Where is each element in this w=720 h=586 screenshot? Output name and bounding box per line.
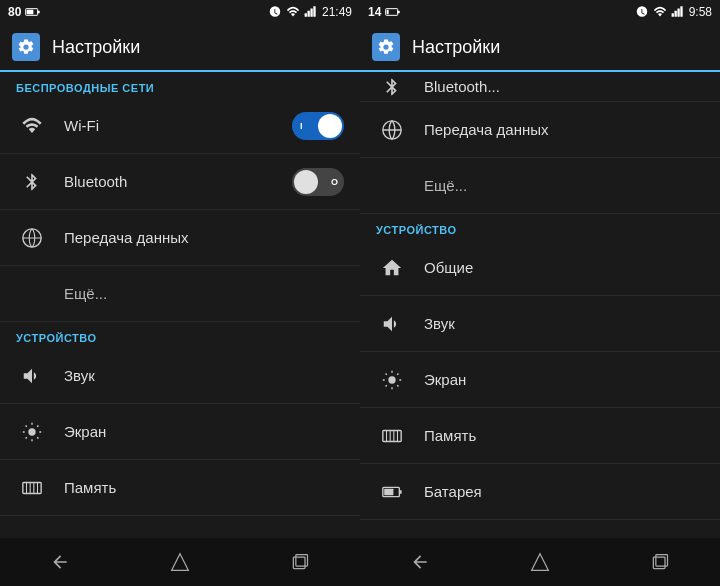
general-icon [376, 252, 408, 284]
time-right: 9:58 [689, 5, 712, 19]
settings-item-battery-r[interactable]: Батарея [360, 464, 720, 520]
svg-marker-47 [532, 554, 549, 571]
settings-item-general[interactable]: Общие [360, 240, 720, 296]
partial-bluetooth-svg [382, 77, 402, 97]
wifi-svg [21, 115, 43, 137]
sound-svg [21, 365, 43, 387]
general-label: Общие [424, 259, 704, 276]
settings-item-sound-r[interactable]: Звук [360, 296, 720, 352]
wifi-label: Wi-Fi [64, 117, 292, 134]
settings-item-data-r[interactable]: Передача данных [360, 102, 720, 158]
settings-icon-left [12, 33, 40, 61]
memory-label-r: Память [424, 427, 704, 444]
settings-item-wifi[interactable]: Wi-Fi I [0, 98, 360, 154]
nav-home-right[interactable] [510, 542, 570, 582]
bluetooth-toggle-container[interactable]: O [292, 168, 344, 196]
sound-label-r: Звук [424, 315, 704, 332]
svg-point-8 [28, 428, 35, 435]
status-right-left: 21:49 [268, 5, 352, 19]
svg-rect-29 [677, 9, 679, 17]
sound-svg-r [381, 313, 403, 335]
settings-item-more[interactable]: Ещё... [0, 266, 360, 322]
signal-icon-left [304, 5, 318, 19]
partial-bluetooth-item[interactable]: Bluetooth... [360, 72, 720, 102]
sound-icon [16, 360, 48, 392]
wifi-toggle-knob [318, 114, 342, 138]
wifi-toggle-container[interactable]: I [292, 112, 344, 140]
general-svg [381, 257, 403, 279]
svg-rect-2 [27, 10, 34, 15]
svg-rect-40 [384, 488, 393, 494]
settings-item-data[interactable]: Передача данных [0, 210, 360, 266]
data-icon [16, 222, 48, 254]
screen-icon [16, 416, 48, 448]
recent-icon-left [290, 552, 310, 572]
settings-item-screen-r[interactable]: Экран [360, 352, 720, 408]
partial-bluetooth-text: Bluetooth... [424, 78, 500, 95]
section-header-device: УСТРОЙСТВО [0, 322, 360, 348]
settings-item-memory-r[interactable]: Память [360, 408, 720, 464]
svg-rect-5 [310, 9, 312, 17]
nav-back-right[interactable] [390, 542, 450, 582]
settings-item-apps-r[interactable]: Приложения [360, 520, 720, 538]
status-bar-right: 14 9:58 [360, 0, 720, 24]
nav-bar-right [360, 538, 720, 586]
status-battery-right: 14 [368, 4, 401, 20]
status-battery-left: 80 [8, 4, 41, 20]
svg-rect-49 [656, 555, 668, 567]
sound-label: Звук [64, 367, 344, 384]
recent-icon-right [650, 552, 670, 572]
settings-item-battery[interactable]: Батарея [0, 516, 360, 538]
settings-item-bluetooth[interactable]: Bluetooth O [0, 154, 360, 210]
wifi-toggle[interactable]: I [292, 112, 344, 140]
content-right: Bluetooth... Передача данных Ещё... УСТР… [360, 72, 720, 538]
page-title-right: Настройки [412, 37, 500, 58]
title-bar-left: Настройки [0, 24, 360, 72]
battery-level-left: 80 [8, 5, 21, 19]
svg-rect-25 [398, 11, 400, 14]
bluetooth-toggle[interactable]: O [292, 168, 344, 196]
settings-item-sound[interactable]: Звук [0, 348, 360, 404]
memory-icon [16, 472, 48, 504]
time-left: 21:49 [322, 5, 352, 19]
partial-bluetooth-icon [376, 72, 408, 102]
wifi-icon-status-right [653, 5, 667, 19]
svg-marker-21 [172, 554, 189, 571]
content-left: БЕСПРОВОДНЫЕ СЕТИ Wi-Fi I [0, 72, 360, 538]
nav-recent-right[interactable] [630, 542, 690, 582]
data-transfer-label: Передача данных [64, 229, 344, 246]
svg-rect-48 [653, 557, 665, 569]
settings-item-memory[interactable]: Память [0, 460, 360, 516]
nav-home-left[interactable] [150, 542, 210, 582]
nav-back-left[interactable] [30, 542, 90, 582]
svg-rect-33 [383, 430, 401, 441]
sound-icon-r [376, 308, 408, 340]
memory-svg-r [381, 425, 403, 447]
signal-icon-right [671, 5, 685, 19]
panel-left: 80 21:49 [0, 0, 360, 586]
battery-item-icon [16, 528, 48, 539]
gear-icon-left [17, 38, 35, 56]
svg-rect-22 [293, 557, 305, 569]
svg-rect-23 [296, 555, 308, 567]
svg-rect-6 [313, 6, 315, 17]
screen-icon-r [376, 364, 408, 396]
screen-svg-r [381, 369, 403, 391]
bluetooth-toggle-label: O [331, 177, 338, 187]
panel-right: 14 9:58 [360, 0, 720, 586]
svg-rect-30 [680, 6, 682, 17]
battery-label-r: Батарея [424, 483, 704, 500]
battery-item-svg-r [381, 481, 403, 503]
memory-icon-r [376, 420, 408, 452]
svg-rect-27 [671, 13, 673, 17]
data-transfer-label-r: Передача данных [424, 121, 704, 138]
data-svg-r [381, 119, 403, 141]
home-icon-left [170, 552, 190, 572]
settings-item-screen[interactable]: Экран [0, 404, 360, 460]
settings-item-more-r[interactable]: Ещё... [360, 158, 720, 214]
battery-item-icon-r [376, 476, 408, 508]
memory-svg [21, 477, 43, 499]
nav-recent-left[interactable] [270, 542, 330, 582]
wifi-icon [16, 110, 48, 142]
more-label-r: Ещё... [424, 177, 704, 194]
